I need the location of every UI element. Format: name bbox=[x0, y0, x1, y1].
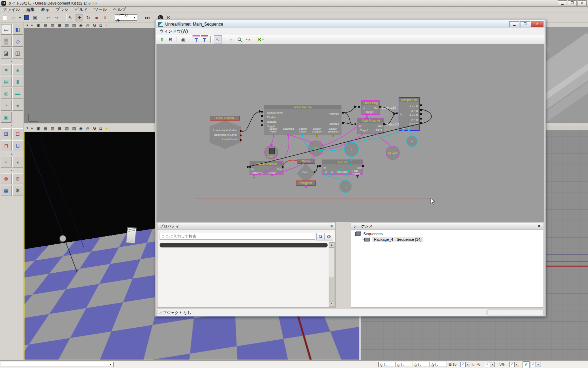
rotate-tool-icon[interactable]: ↻ bbox=[85, 14, 92, 21]
close-button[interactable]: ✕ bbox=[578, 0, 587, 6]
sequences-panel-header[interactable]: シーケンス ✕ bbox=[351, 222, 543, 230]
var-all-players[interactable]: All ..yers bbox=[386, 146, 400, 160]
game-view-icon[interactable]: ◎ bbox=[86, 126, 90, 130]
maximize-button[interactable]: ❐ bbox=[568, 0, 577, 6]
angle-snap-dropdown[interactable]: ▼ bbox=[490, 362, 495, 367]
tree-item-sequences[interactable]: Sequences bbox=[351, 230, 543, 236]
properties-scrollbar[interactable]: ▲ ▼ bbox=[329, 242, 335, 307]
realtime-dot-icon[interactable]: ● bbox=[105, 23, 108, 27]
properties-close-icon[interactable]: ✕ bbox=[330, 224, 333, 228]
realtime-dot-icon[interactable]: ● bbox=[105, 126, 108, 130]
brush-cylinder-tool-icon[interactable]: ▮ bbox=[12, 76, 23, 87]
copy-icon[interactable]: ▣ bbox=[31, 14, 38, 21]
autosave-icon[interactable]: ✔ bbox=[523, 361, 530, 368]
select-marquee-tool-icon[interactable]: ▫ bbox=[1, 157, 12, 168]
autosave-checkbox[interactable]: ✓ bbox=[531, 362, 536, 367]
lit-icon[interactable]: ◉ bbox=[79, 23, 83, 27]
minimize-button[interactable]: ▁ bbox=[558, 0, 567, 6]
zoom-checkbox[interactable]: ✓ bbox=[509, 362, 514, 367]
node-attach-to-event[interactable]: Attach To Event In Out Attachee Event bbox=[250, 161, 284, 175]
open-file-icon[interactable]: ▱ bbox=[10, 14, 17, 21]
brush-sphere-tool-icon[interactable]: ● bbox=[12, 100, 23, 111]
open-dropdown-icon[interactable]: ▼ bbox=[18, 14, 22, 21]
node-start-firing-at[interactable]: Start Firing At In Out Target Fire At bbox=[357, 118, 384, 134]
texture-align-tool-icon[interactable]: ◪ bbox=[1, 48, 12, 59]
scroll-thumb[interactable] bbox=[329, 278, 334, 302]
unlit-icon[interactable]: ▨ bbox=[72, 126, 76, 130]
scroll-down-icon[interactable]: ▼ bbox=[329, 301, 334, 306]
front-view-icon[interactable]: ▥ bbox=[51, 23, 54, 27]
csg-subtract-tool-icon[interactable]: ⊟ bbox=[12, 128, 23, 139]
lock-icon[interactable]: ◘ bbox=[99, 23, 102, 27]
perspective-cube-icon[interactable]: ▣ bbox=[36, 23, 40, 27]
menu-file[interactable]: ファイル bbox=[3, 7, 20, 13]
scale-tool-icon[interactable]: ■ bbox=[93, 14, 100, 21]
node-level-loaded-title[interactable]: Level Loaded bbox=[210, 116, 240, 121]
properties-panel-header[interactable]: プロパティ ✕ bbox=[157, 222, 336, 230]
kismet-close-button[interactable]: ✕ bbox=[531, 21, 544, 27]
node-instigator[interactable]: Instigator bbox=[296, 180, 316, 186]
var-one[interactable]: 1 bbox=[344, 142, 359, 157]
menu-edit[interactable]: 編集 bbox=[26, 7, 35, 13]
collapse-arrow-icon[interactable]: ▲ bbox=[26, 23, 29, 27]
angle-snap-checkbox[interactable]: ✓ bbox=[485, 362, 490, 367]
var-note-1[interactable]: Note_1 bbox=[264, 145, 278, 159]
parent-sequence-icon[interactable]: ⇧ bbox=[158, 36, 166, 43]
menu-tools[interactable]: ツール bbox=[94, 7, 107, 13]
select-hemisphere-tool-icon[interactable]: ◖ bbox=[12, 157, 23, 168]
select-mode-tool-icon[interactable]: ▭ bbox=[1, 24, 12, 35]
node-stop-firing[interactable]: Stop Firing In Out Target bbox=[361, 100, 380, 115]
brush-sheet-tool-icon[interactable]: ▬ bbox=[12, 88, 23, 99]
camera-mode-tool-icon[interactable]: ◧ bbox=[12, 24, 23, 35]
menu-brush[interactable]: ブラシ bbox=[56, 7, 69, 13]
search-go-icon[interactable] bbox=[316, 233, 325, 240]
axis-icon[interactable]: ⌖ bbox=[31, 126, 33, 130]
brush-spiral-stairs-tool-icon[interactable]: ◎ bbox=[1, 88, 12, 99]
kismet-maximize-button[interactable]: ❐ bbox=[520, 21, 530, 27]
undo-icon[interactable]: ↩ bbox=[45, 14, 52, 21]
wireframe-icon[interactable]: ▧ bbox=[65, 23, 69, 27]
game-view-icon[interactable]: ◎ bbox=[86, 23, 90, 27]
brush-stairs-tool-icon[interactable]: ▤ bbox=[1, 76, 12, 87]
node-add-int[interactable]: Add Int In Out A B IntResult Float Resul… bbox=[322, 159, 363, 175]
kismet-graph-canvas[interactable]: Loaded and Visible Beginning of Level Le… bbox=[156, 44, 544, 222]
statusbar-combo[interactable]: ▼ bbox=[1, 362, 114, 367]
search-options-icon[interactable] bbox=[325, 233, 333, 240]
zoom-dropdown[interactable]: ▼ bbox=[514, 362, 519, 367]
save-icon[interactable] bbox=[23, 14, 30, 21]
top-view-icon[interactable]: ▤ bbox=[44, 126, 47, 130]
static-mesh-tool-icon[interactable]: ◫ bbox=[12, 48, 23, 59]
wireframe-icon[interactable]: ▧ bbox=[65, 126, 69, 130]
csg-add-tool-icon[interactable]: ⊞ bbox=[1, 128, 12, 139]
properties-search-input[interactable] bbox=[160, 233, 315, 240]
search-binoculars-icon[interactable]: oo bbox=[144, 14, 150, 21]
side-view-icon[interactable]: ▦ bbox=[58, 23, 61, 27]
settings-tool-icon[interactable]: ✱ bbox=[12, 185, 23, 196]
hide-connectors-icon[interactable]: ◉ bbox=[180, 36, 187, 43]
g-mode-icon[interactable]: G bbox=[93, 126, 96, 130]
tree-item-package4[interactable]: └ Package_4 - Sequence [14] bbox=[351, 236, 543, 242]
select-tool-icon[interactable]: ↖ bbox=[66, 14, 74, 21]
geometry-mode-tool-icon[interactable]: ◇ bbox=[12, 36, 23, 47]
lit-icon[interactable]: ◉ bbox=[79, 126, 83, 130]
rename-sequence-icon[interactable]: R bbox=[167, 36, 174, 43]
pin-breakpoint-red-icon[interactable]: T bbox=[201, 35, 208, 44]
brush-volume-tool-icon[interactable]: ▣ bbox=[1, 112, 12, 123]
coordinate-system-combo[interactable]: ローカル▼ bbox=[115, 14, 137, 21]
scale-nonuniform-icon[interactable]: ▯ bbox=[102, 14, 108, 21]
node-actor-factory[interactable]: Actor Factory Spawn Actor Enable Disable… bbox=[264, 105, 342, 135]
kismet-k-icon[interactable]: K↘ bbox=[257, 36, 265, 43]
grid-snap-checkbox[interactable]: ✓ bbox=[460, 362, 465, 367]
note-card-mesh[interactable] bbox=[126, 227, 137, 244]
status-field-1[interactable]: なし bbox=[378, 362, 395, 367]
translate-tool-icon[interactable]: ✚ bbox=[76, 14, 83, 21]
pin-breakpoint-icon[interactable]: T bbox=[192, 35, 200, 44]
axis-icon[interactable]: ⌖ bbox=[31, 23, 33, 27]
scroll-up-icon[interactable]: ▲ bbox=[329, 243, 334, 248]
sep1[interactable]: ▲ bbox=[1, 60, 23, 63]
var-unknown[interactable]: ??? bbox=[308, 141, 324, 156]
brush-cube-tool-icon[interactable]: ■ bbox=[1, 64, 12, 75]
front-view-icon[interactable]: ▥ bbox=[51, 126, 54, 130]
csg-deintersect-tool-icon[interactable]: ⊔ bbox=[12, 140, 23, 151]
menu-view[interactable]: 表示 bbox=[41, 7, 49, 13]
